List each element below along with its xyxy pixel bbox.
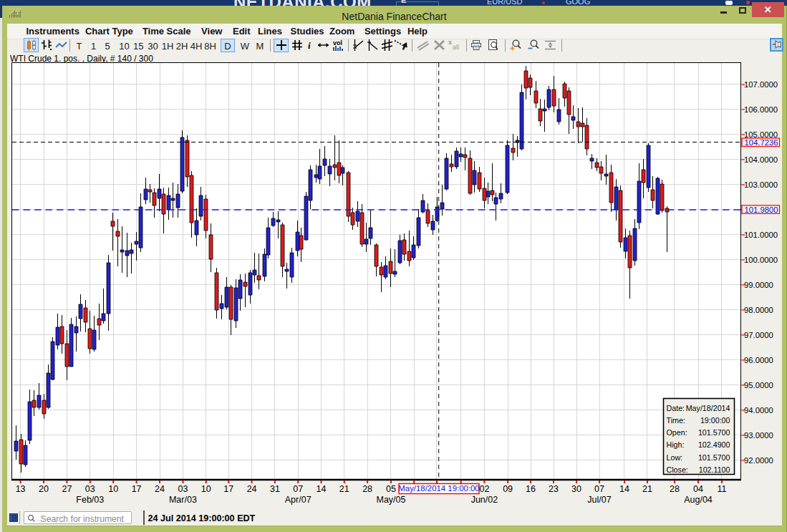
svg-text:101.5700: 101.5700 xyxy=(698,428,730,437)
svg-text:21: 21 xyxy=(642,484,652,494)
svg-text:Open:: Open: xyxy=(667,428,687,437)
svg-text:Date:: Date: xyxy=(667,404,685,412)
svg-text:102.1100: 102.1100 xyxy=(699,465,730,474)
svg-text:104.0000: 104.0000 xyxy=(744,155,778,164)
svg-text:20: 20 xyxy=(39,484,49,494)
svg-text:92.0000: 92.0000 xyxy=(744,456,773,465)
svg-text:96.0000: 96.0000 xyxy=(744,356,773,364)
svg-text:24: 24 xyxy=(247,484,257,494)
svg-text:93.0000: 93.0000 xyxy=(744,431,773,440)
svg-text:101.5700: 101.5700 xyxy=(698,453,730,462)
svg-text:Feb/03: Feb/03 xyxy=(76,495,104,505)
svg-text:10: 10 xyxy=(201,484,211,494)
svg-text:14: 14 xyxy=(619,484,629,494)
svg-text:Low:: Low: xyxy=(667,453,683,462)
svg-text:03: 03 xyxy=(178,484,188,494)
svg-text:28: 28 xyxy=(362,484,372,494)
svg-text:31: 31 xyxy=(270,484,280,494)
svg-text:23: 23 xyxy=(549,484,559,494)
svg-text:13: 13 xyxy=(16,484,26,494)
svg-text:99.0000: 99.0000 xyxy=(744,281,773,289)
svg-text:Close:: Close: xyxy=(667,465,688,474)
svg-text:14: 14 xyxy=(317,484,327,494)
svg-text:Jul/07: Jul/07 xyxy=(587,495,611,505)
svg-text:16: 16 xyxy=(526,484,536,494)
svg-text:30: 30 xyxy=(571,484,581,494)
svg-text:104.7236: 104.7236 xyxy=(745,138,778,147)
svg-text:Mar/03: Mar/03 xyxy=(169,495,197,505)
svg-text:Apr/07: Apr/07 xyxy=(285,495,312,505)
svg-text:High:: High: xyxy=(667,440,685,449)
svg-text:103.0000: 103.0000 xyxy=(744,180,778,189)
svg-text:May/18/2014: May/18/2014 xyxy=(686,404,730,412)
svg-text:95.0000: 95.0000 xyxy=(744,381,773,390)
svg-text:10: 10 xyxy=(108,484,118,494)
svg-text:07: 07 xyxy=(594,484,604,494)
svg-text:Aug/04: Aug/04 xyxy=(684,495,713,505)
svg-text:05: 05 xyxy=(386,484,396,494)
svg-text:97.0000: 97.0000 xyxy=(744,331,773,339)
svg-text:11: 11 xyxy=(718,484,727,494)
svg-text:101.9800: 101.9800 xyxy=(745,205,778,214)
svg-text:21: 21 xyxy=(339,484,349,494)
svg-text:04: 04 xyxy=(693,484,703,494)
svg-text:106.0000: 106.0000 xyxy=(744,105,778,114)
svg-text:101.0000: 101.0000 xyxy=(744,231,778,239)
svg-text:09: 09 xyxy=(503,484,513,494)
svg-text:98.0000: 98.0000 xyxy=(744,306,773,314)
svg-text:24: 24 xyxy=(155,484,165,494)
svg-text:19:00:00: 19:00:00 xyxy=(700,416,730,425)
svg-text:17: 17 xyxy=(223,484,233,494)
svg-text:28: 28 xyxy=(670,484,680,494)
svg-text:07: 07 xyxy=(293,484,303,494)
svg-text:May/05: May/05 xyxy=(377,495,406,505)
svg-text:Time:: Time: xyxy=(667,416,685,425)
svg-text:107.0000: 107.0000 xyxy=(744,80,778,89)
svg-text:17: 17 xyxy=(132,484,142,494)
svg-text:03: 03 xyxy=(85,484,95,494)
svg-text:27: 27 xyxy=(62,484,72,494)
svg-text:May/18/2014 19:00:00: May/18/2014 19:00:00 xyxy=(398,484,479,493)
svg-text:94.0000: 94.0000 xyxy=(744,406,773,415)
svg-text:Jun/02: Jun/02 xyxy=(471,495,498,505)
svg-text:102.4900: 102.4900 xyxy=(698,440,730,449)
svg-text:100.0000: 100.0000 xyxy=(744,256,778,264)
svg-text:02: 02 xyxy=(479,484,489,494)
